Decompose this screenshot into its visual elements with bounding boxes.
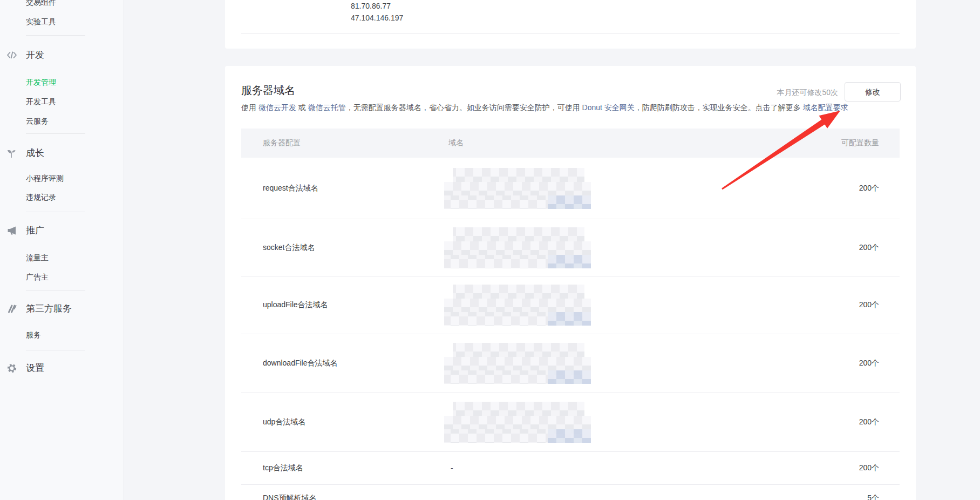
sidebar-item-dev-tools[interactable]: 开发工具 <box>26 96 56 107</box>
desc-text: 使用 <box>241 103 258 112</box>
ip-address: 47.104.146.197 <box>351 12 403 24</box>
row-label: udp合法域名 <box>241 417 444 427</box>
table-header-row: 服务器配置 域名 可配置数量 <box>241 129 900 158</box>
sidebar-item-miniprogram-evaluation[interactable]: 小程序评测 <box>26 173 64 184</box>
sidebar-divider <box>26 290 85 290</box>
sidebar-divider <box>26 35 85 36</box>
sidebar-item-traffic-owner[interactable]: 流量主 <box>26 252 49 263</box>
redacted-domain-mosaic <box>444 285 591 326</box>
row-count: 200个 <box>775 463 900 473</box>
row-count: 200个 <box>775 243 900 253</box>
table-row-socket: socket合法域名 200个 <box>241 219 900 276</box>
row-count: 5个 <box>775 485 900 500</box>
desc-text: ，防爬防刷防攻击，实现业务安全。点击了解更多 <box>635 103 803 112</box>
table-row-dns-prefetch: DNS预解析域名 5个 <box>241 485 900 500</box>
redacted-domain-mosaic <box>444 343 591 384</box>
desc-text: ，无需配置服务器域名，省心省力。如业务访问需要安全防护，可使用 <box>346 103 582 112</box>
row-label: socket合法域名 <box>241 243 444 253</box>
ip-address: 81.70.86.77 <box>351 0 403 12</box>
row-count: 200个 <box>775 417 900 427</box>
sidebar-section-settings[interactable]: 设置 <box>26 362 44 375</box>
sidebar-item-dev-management[interactable]: 开发管理 <box>26 77 56 87</box>
column-header-domain: 域名 <box>444 138 775 148</box>
redacted-domain-mosaic <box>444 168 591 209</box>
seedling-icon <box>6 148 17 159</box>
redacted-domain-mosaic <box>444 227 591 268</box>
row-count: 200个 <box>775 359 900 368</box>
sidebar-section-promotion[interactable]: 推广 <box>26 224 44 237</box>
row-label: downloadFile合法域名 <box>241 359 444 368</box>
sidebar-divider <box>26 133 85 134</box>
sidebar-item-violation-records[interactable]: 违规记录 <box>26 192 56 202</box>
sidebar-item-advertiser[interactable]: 广告主 <box>26 272 49 282</box>
row-label: request合法域名 <box>241 184 444 193</box>
code-icon <box>6 50 17 60</box>
sidebar-section-development[interactable]: 开发 <box>26 49 44 62</box>
table-row-uploadfile: uploadFile合法域名 200个 <box>241 276 900 334</box>
sidebar-divider <box>26 212 85 212</box>
sidebar-item-cloud-services[interactable]: 云服务 <box>26 116 49 126</box>
link-donut-security-gateway[interactable]: Donut 安全网关 <box>582 103 635 112</box>
server-ip-card: 81.70.86.77 47.104.146.197 <box>225 0 916 49</box>
sidebar-section-growth[interactable]: 成长 <box>26 147 44 160</box>
link-wechat-cloud-hosting[interactable]: 微信云托管 <box>308 103 346 112</box>
desc-text: 或 <box>296 103 308 112</box>
link-wechat-cloud-dev[interactable]: 微信云开发 <box>258 103 296 112</box>
table-row-tcp: tcp合法域名 - 200个 <box>241 452 900 485</box>
column-header-server-config: 服务器配置 <box>241 138 444 148</box>
table-row-downloadfile: downloadFile合法域名 200个 <box>241 334 900 393</box>
row-label: tcp合法域名 <box>241 463 444 473</box>
row-divider <box>241 33 900 34</box>
domain-description: 使用 微信云开发 或 微信云托管，无需配置服务器域名，省心省力。如业务访问需要安… <box>241 102 848 113</box>
sidebar-item-services[interactable]: 服务 <box>26 329 41 340</box>
redacted-domain-mosaic <box>444 402 591 443</box>
modify-button[interactable]: 修改 <box>845 82 901 102</box>
sidebar-section-third-party-services[interactable]: 第三方服务 <box>26 302 72 315</box>
table-row-udp: udp合法域名 200个 <box>241 393 900 452</box>
link-domain-config-requirements[interactable]: 域名配置要求 <box>803 103 848 112</box>
gear-icon <box>6 363 17 374</box>
megaphone-icon <box>6 225 17 236</box>
row-domain-value: - <box>444 464 453 472</box>
row-count: 200个 <box>775 184 900 193</box>
quota-note: 本月还可修改50次 <box>777 86 838 98</box>
row-label: uploadFile合法域名 <box>241 300 444 310</box>
row-label: DNS预解析域名 <box>241 485 444 500</box>
row-count: 200个 <box>775 300 900 310</box>
server-domain-table: 服务器配置 域名 可配置数量 request合法域名 200个 socket合法… <box>241 129 900 500</box>
sidebar-item-experiment-tools[interactable]: 实验工具 <box>26 16 56 27</box>
sidebar: 交易组件 实验工具 开发 开发管理 开发工具 云服务 成长 小程序评测 违规记录… <box>0 0 124 500</box>
third-party-icon <box>6 303 17 314</box>
server-domain-card: 服务器域名 本月还可修改50次 修改 使用 微信云开发 或 微信云托管，无需配置… <box>225 66 916 500</box>
sidebar-divider <box>26 350 85 350</box>
page-title: 服务器域名 <box>241 83 295 98</box>
sidebar-item-trade-components[interactable]: 交易组件 <box>26 0 56 8</box>
table-row-request: request合法域名 200个 <box>241 158 900 219</box>
column-header-configurable-count: 可配置数量 <box>775 138 900 148</box>
